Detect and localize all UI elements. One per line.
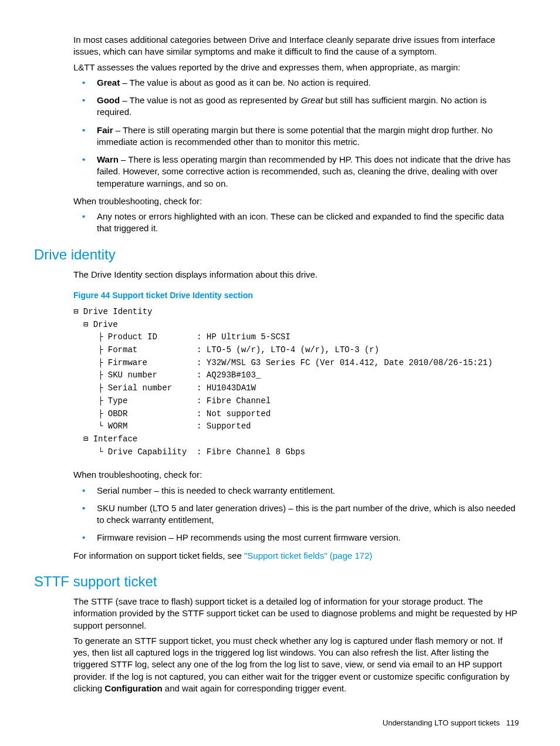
- tree-val-firmware: Y32W/MSL G3 Series FC (Ver 014.412, Date…: [207, 358, 492, 367]
- drive-identity-desc: The Drive Identity section displays info…: [73, 269, 519, 281]
- sttf-block: The STTF (save trace to flash) support t…: [73, 596, 519, 694]
- intro-p2: L&TT assesses the values reported by the…: [73, 62, 519, 73]
- heading-drive-identity: Drive identity: [29, 245, 531, 264]
- tree-root: Drive Identity: [83, 307, 153, 316]
- margin-text: – There is still operating margin but th…: [97, 125, 492, 147]
- tree-key-worm: WORM: [108, 421, 128, 431]
- margin-label: Fair: [97, 125, 113, 135]
- page-footer: Understanding LTO support tickets 119: [29, 718, 519, 728]
- tree-val-worm: Supported: [207, 421, 251, 431]
- tree-key-firmware: Firmware: [108, 358, 147, 367]
- tree-key-type: Type: [108, 396, 128, 406]
- heading-sttf: STTF support ticket: [29, 572, 531, 591]
- tree-key-format: Format: [108, 345, 137, 355]
- drive-identity-block: The Drive Identity section displays info…: [73, 269, 519, 562]
- tree-key-drive-cap: Drive Capability: [108, 447, 187, 457]
- tree-val-sku: AQ293B#103_: [207, 370, 261, 380]
- sttf-p2: To generate an STTF support ticket, you …: [73, 635, 519, 694]
- margin-label: Great: [97, 77, 120, 87]
- intro-block: In most cases additional categories betw…: [73, 34, 519, 235]
- margin-text: – The value is about as good as it can b…: [120, 77, 371, 87]
- tree-key-serial: Serial number: [108, 383, 172, 393]
- margin-label: Warn: [97, 154, 119, 164]
- footer-section: Understanding LTO support tickets: [383, 718, 500, 727]
- margin-item-warn: Warn – There is less operating margin th…: [73, 154, 519, 190]
- tree-val-drive-cap: Fibre Channel 8 Gbps: [207, 447, 305, 457]
- sttf-p1: The STTF (save trace to flash) support t…: [73, 596, 519, 632]
- tree-key-product-id: Product ID: [108, 332, 157, 342]
- margin-italic: Great: [301, 95, 323, 105]
- troubleshoot-intro: When troubleshooting, check for:: [73, 195, 519, 207]
- drive-identity-tree: ⊟ Drive Identity ⊟ Drive ├ Product ID : …: [73, 306, 519, 458]
- troubleshoot-list: Any notes or errors highlighted with an …: [73, 211, 519, 235]
- tree-val-product-id: HP Ultrium 5-SCSI: [207, 332, 291, 342]
- margin-text-pre: – The value is not as good as represente…: [120, 95, 301, 105]
- link-line: For information on support ticket fields…: [73, 550, 519, 562]
- sttf-p2-post: and wait again for corresponding trigger…: [163, 683, 347, 693]
- troubleshoot-item: Any notes or errors highlighted with an …: [73, 211, 519, 235]
- sttf-p2-bold: Configuration: [104, 683, 162, 693]
- margin-item-good: Good – The value is not as good as repre…: [73, 94, 519, 119]
- margin-text: – There is less operating margin than re…: [97, 154, 511, 188]
- di-troubleshoot-item: Firmware revision – HP recommends using …: [73, 532, 519, 544]
- tree-interface: Interface: [93, 434, 138, 444]
- link-pre: For information on support ticket fields…: [73, 551, 244, 561]
- tree-val-type: Fibre Channel: [207, 396, 271, 406]
- tree-drive: Drive: [93, 320, 118, 329]
- tree-val-serial: HU1043DA1W: [207, 383, 256, 393]
- figure-caption: Figure 44 Support ticket Drive Identity …: [73, 290, 519, 301]
- margin-item-great: Great – The value is about as good as it…: [73, 77, 519, 89]
- tree-key-obdr: OBDR: [108, 409, 128, 418]
- support-ticket-fields-link[interactable]: "Support ticket fields" (page 172): [244, 551, 372, 561]
- tree-val-format: LTO-5 (w/r), LTO-4 (w/r), LTO-3 (r): [207, 345, 379, 355]
- tree-val-obdr: Not supported: [207, 409, 271, 418]
- tree-key-sku: SKU number: [108, 370, 157, 380]
- di-troubleshoot-item: Serial number – this is needed to check …: [73, 485, 519, 497]
- di-troubleshoot-item: SKU number (LTO 5 and later generation d…: [73, 502, 519, 526]
- di-troubleshoot-intro: When troubleshooting, check for:: [73, 469, 519, 481]
- footer-page: 119: [506, 718, 519, 727]
- di-troubleshoot-list: Serial number – this is needed to check …: [73, 485, 519, 544]
- margin-item-fair: Fair – There is still operating margin b…: [73, 124, 519, 148]
- margin-label: Good: [97, 95, 120, 105]
- margin-list: Great – The value is about as good as it…: [73, 77, 519, 190]
- intro-p1: In most cases additional categories betw…: [73, 34, 519, 58]
